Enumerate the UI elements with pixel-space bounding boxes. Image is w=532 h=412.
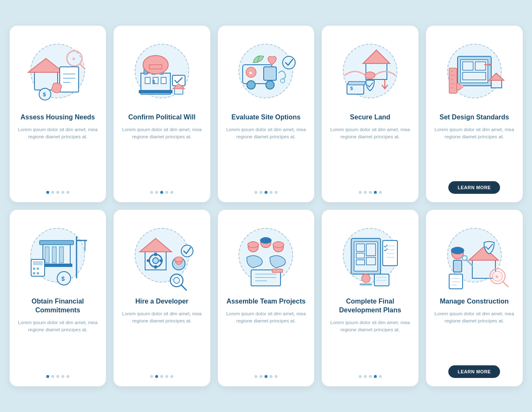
dot-5	[275, 375, 278, 378]
dot-2	[155, 191, 158, 194]
illustration-construction: ★	[433, 217, 516, 293]
card-body: Lorem ipsum dolor sit dim amet, mea regi…	[225, 126, 308, 185]
svg-marker-1	[28, 58, 64, 72]
dot-5	[379, 191, 382, 194]
card-body: Lorem ipsum dolor sit dim amet, mea regi…	[120, 310, 204, 369]
svg-text:★: ★	[71, 56, 76, 62]
svg-rect-60	[52, 247, 56, 263]
card-pagination	[46, 375, 69, 378]
svg-rect-107	[383, 240, 397, 266]
svg-line-126	[503, 282, 508, 287]
card-title: Complete Final Development Plans	[328, 297, 412, 315]
dot-5	[170, 191, 173, 194]
dot-5	[379, 375, 382, 378]
svg-point-120	[451, 247, 464, 254]
svg-rect-26	[264, 67, 276, 80]
card-complete-final-development-plans: Complete Final Development Plans Lorem i…	[322, 210, 418, 386]
card-body: Lorem ipsum dolor sit dim amet, mea regi…	[328, 126, 412, 185]
card-body: Lorem ipsum dolor sit dim amet, mea regi…	[328, 319, 412, 369]
svg-rect-20	[149, 65, 162, 69]
dot-4	[374, 375, 377, 378]
svg-rect-59	[45, 247, 49, 263]
card-body: Lorem ipsum dolor sit dim amet, mea regi…	[120, 126, 204, 185]
svg-point-88	[181, 245, 193, 257]
dot-2	[51, 375, 54, 378]
svg-rect-51	[449, 68, 457, 93]
dot-2	[259, 191, 262, 194]
dot-2	[155, 375, 158, 378]
card-set-design-standards: Set Design Standards Lorem ipsum dolor s…	[426, 26, 523, 202]
learn-more-button[interactable]: LEARN MORE	[448, 181, 500, 194]
dot-4	[270, 191, 273, 194]
dot-1	[359, 191, 362, 194]
svg-rect-99	[272, 269, 283, 272]
card-pagination	[150, 375, 173, 378]
svg-point-90	[248, 242, 259, 248]
dot-1	[46, 191, 49, 194]
illustration-plans	[328, 217, 412, 293]
dot-4	[374, 191, 377, 194]
svg-line-9	[80, 64, 85, 69]
svg-text:$: $	[152, 79, 156, 85]
svg-point-36	[365, 72, 375, 79]
card-manage-construction: ★ Manage Construction Lorem ipsum dolor …	[426, 210, 523, 386]
svg-point-123	[462, 256, 467, 261]
card-title: Assess Housing Needs	[21, 113, 95, 122]
svg-point-71	[37, 272, 39, 275]
svg-text:$: $	[350, 86, 353, 91]
card-pagination	[254, 375, 278, 378]
dot-3	[56, 191, 59, 194]
dot-3	[265, 191, 267, 194]
svg-point-70	[33, 272, 35, 275]
dot-1	[46, 375, 49, 378]
svg-point-86	[174, 277, 180, 283]
dot-5	[66, 191, 69, 194]
dot-1	[150, 375, 153, 378]
dot-2	[51, 191, 54, 194]
illustration-assess: $ ★	[16, 33, 100, 109]
svg-rect-4	[60, 67, 79, 92]
svg-rect-81	[147, 259, 150, 262]
svg-rect-18	[139, 90, 172, 93]
learn-more-button-2[interactable]: LEARN MORE	[448, 365, 500, 378]
card-secure-land: $ Secure Land Lorem ipsum dolor sit dim …	[322, 26, 418, 202]
card-title: Obtain Financial Commitments	[16, 297, 100, 315]
svg-point-28	[266, 81, 274, 89]
illustration-developer	[120, 217, 204, 293]
svg-rect-117	[472, 259, 495, 278]
dot-2	[364, 191, 367, 194]
dot-4	[61, 375, 64, 378]
card-assemble-team-projects: Assemble Team Projects Lorem ipsum dolor…	[218, 210, 315, 386]
svg-point-48	[460, 85, 463, 88]
svg-rect-101	[354, 242, 378, 271]
svg-point-92	[260, 238, 271, 243]
dot-2	[259, 375, 262, 378]
svg-rect-78	[154, 253, 157, 256]
illustration-evaluate: ★	[225, 33, 308, 109]
dot-5	[170, 375, 173, 378]
card-pagination	[150, 191, 173, 194]
card-pagination	[46, 191, 69, 194]
svg-rect-80	[159, 259, 163, 262]
svg-text:★: ★	[249, 70, 253, 75]
card-title: Hire a Developer	[135, 297, 188, 306]
dot-4	[61, 191, 64, 194]
svg-rect-58	[41, 264, 72, 267]
card-body: Lorem ipsum dolor sit dim amet, mea regi…	[16, 319, 100, 369]
card-assess-housing-needs: $ ★ Assess Housing Needs Lorem ipsum dol…	[10, 26, 106, 202]
card-body: Lorem ipsum dolor sit dim amet, mea regi…	[433, 310, 516, 359]
card-title: Confirm Political Will	[128, 113, 196, 122]
illustration-team	[225, 217, 308, 293]
card-pagination	[359, 191, 382, 194]
illustration-secure: $	[328, 33, 412, 109]
card-confirm-political-will: $ Confirm Political Will Lorem ipsum dol…	[114, 26, 210, 202]
card-obtain-financial-commitments: $ Obtain Financial Commitments Lorem ips…	[10, 210, 106, 386]
illustration-design	[433, 33, 516, 109]
svg-rect-79	[154, 265, 157, 269]
svg-rect-42	[461, 60, 488, 83]
card-title: Assemble Team Projects	[226, 297, 305, 306]
dot-4	[165, 375, 168, 378]
card-pagination	[254, 191, 278, 194]
svg-line-87	[181, 285, 186, 290]
card-evaluate-site-options: ★ Evaluate Site Options Lorem ipsum dolo…	[218, 26, 315, 202]
